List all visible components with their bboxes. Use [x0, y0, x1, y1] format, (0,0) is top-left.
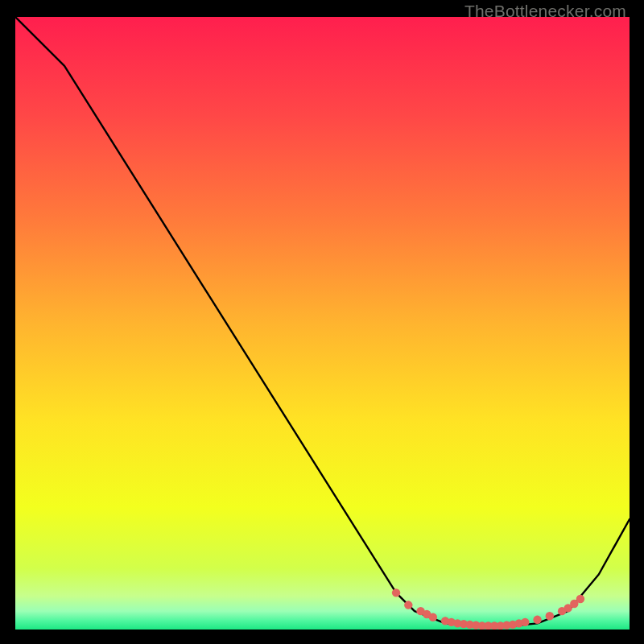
watermark-text: TheBottlenecker.com — [464, 2, 626, 21]
data-point — [533, 616, 541, 624]
chart-background — [15, 17, 630, 630]
data-point — [521, 618, 529, 626]
data-point — [404, 601, 412, 609]
data-point — [576, 595, 584, 603]
chart-frame — [15, 17, 630, 630]
data-point — [546, 612, 554, 620]
data-point — [392, 588, 400, 597]
bottleneck-chart — [15, 17, 630, 630]
data-point — [429, 613, 437, 621]
